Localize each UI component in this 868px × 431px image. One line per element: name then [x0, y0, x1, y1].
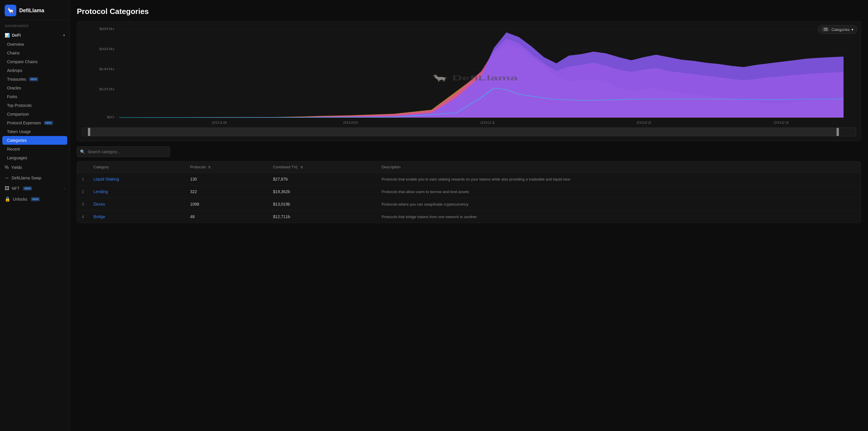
search-input[interactable]: [77, 146, 170, 157]
svg-text:2022: 2022: [636, 120, 651, 124]
unlocks-label: Unlocks: [13, 197, 27, 202]
defi-group-header[interactable]: 📊 DeFi ▾: [0, 31, 69, 40]
nft-icon: 🖼: [5, 186, 9, 191]
chevron-down-icon: ▾: [63, 33, 65, 37]
sidebar-item-recent[interactable]: Recent: [0, 145, 69, 153]
sidebar-item-languages[interactable]: Languages: [0, 153, 69, 162]
table-header-row: Category Protocols ⇅ Combined TVL ⇅ Desc…: [77, 161, 861, 173]
sidebar-item-label-compare-chains: Compare Chains: [7, 59, 37, 64]
row-description: Protocols that enable you to earn stakin…: [377, 173, 861, 185]
sidebar-item-label-airdrops: Airdrops: [7, 68, 22, 73]
sidebar-item-yields[interactable]: % Yields: [0, 162, 69, 173]
svg-text:$60b: $60b: [99, 47, 114, 51]
sort-tvl-icon: ⇅: [300, 165, 303, 169]
sidebar-item-label-forks: Forks: [7, 94, 17, 99]
search-icon: 🔍: [80, 149, 85, 154]
table-row: 3 Dexes 1098 $13,019b Protocols where yo…: [77, 198, 861, 210]
main-content: Protocol Categories 35 Categories ▾ $80b…: [70, 0, 868, 431]
sort-protocols-icon: ⇅: [208, 165, 211, 169]
defi-label: DeFi: [12, 33, 21, 37]
sidebar-item-unlocks[interactable]: 🔒 Unlocks NEW: [0, 194, 69, 204]
sidebar: 🦙 DefiLlama Dashboards 📊 DeFi ▾ Overview…: [0, 0, 70, 431]
swap-label: DefiLlama Swap: [12, 176, 41, 180]
svg-text:🦙 DefiLlama: 🦙 DefiLlama: [431, 74, 518, 82]
sidebar-item-top-protocols[interactable]: Top Protocols: [0, 101, 69, 110]
table: Category Protocols ⇅ Combined TVL ⇅ Desc…: [77, 161, 861, 223]
row-num: 3: [77, 198, 89, 210]
sidebar-item-overview[interactable]: Overview: [0, 40, 69, 49]
col-protocols[interactable]: Protocols ⇅: [185, 161, 268, 173]
sidebar-item-label-protocol-expenses: Protocol Expenses: [7, 120, 41, 125]
sidebar-item-label-token-usage: Token Usage: [7, 129, 31, 134]
sidebar-item-swap[interactable]: ↔ DefiLlama Swap: [0, 173, 69, 183]
category-link[interactable]: Liquid Staking: [93, 177, 119, 181]
table-row: 4 Bridge 48 $12,711b Protocols that brid…: [77, 210, 861, 223]
row-num: 4: [77, 210, 89, 223]
search-container: 🔍: [77, 146, 861, 157]
logo-text: DefiLlama: [19, 7, 44, 14]
col-category: Category: [89, 161, 185, 173]
chart-container: 35 Categories ▾ $80b $60b $40b $20b $0: [77, 21, 861, 141]
sidebar-item-token-usage[interactable]: Token Usage: [0, 127, 69, 136]
sidebar-item-comparison[interactable]: Comparison: [0, 110, 69, 118]
sidebar-item-label-comparison: Comparison: [7, 112, 29, 116]
lock-icon: 🔒: [5, 196, 10, 202]
category-link[interactable]: Dexes: [93, 202, 105, 206]
row-category: Liquid Staking: [89, 173, 185, 185]
sidebar-item-label-languages: Languages: [7, 155, 27, 160]
sidebar-item-chains[interactable]: Chains: [0, 49, 69, 57]
row-num: 2: [77, 185, 89, 198]
row-tvl: $27,87b: [268, 173, 377, 185]
nft-badge: NEW: [23, 186, 32, 191]
sidebar-item-airdrops[interactable]: Airdrops: [0, 66, 69, 75]
svg-text:2019: 2019: [212, 120, 227, 124]
row-category: Bridge: [89, 210, 185, 223]
row-protocols: 322: [185, 185, 268, 198]
chart-range-bar[interactable]: [82, 127, 856, 136]
row-tvl: $12,711b: [268, 210, 377, 223]
range-thumb-right[interactable]: [837, 128, 839, 136]
bar-chart-icon: 📊: [5, 33, 10, 37]
sidebar-item-forks[interactable]: Forks: [0, 92, 69, 101]
nft-label: NFT: [12, 186, 20, 191]
sidebar-item-treasuries[interactable]: TreasuriesNEW: [0, 75, 69, 84]
table-row: 1 Liquid Staking 130 $27,87b Protocols t…: [77, 173, 861, 185]
row-category: Dexes: [89, 198, 185, 210]
svg-text:$20b: $20b: [99, 87, 114, 91]
search-wrapper: 🔍: [77, 146, 170, 157]
svg-text:$0: $0: [106, 115, 114, 119]
categories-table: Category Protocols ⇅ Combined TVL ⇅ Desc…: [77, 161, 861, 223]
row-protocols: 130: [185, 173, 268, 185]
unlocks-badge: NEW: [31, 197, 40, 201]
chart-svg: $80b $60b $40b $20b $0 2019 2020 2021 20…: [82, 26, 856, 125]
range-thumb-left[interactable]: [88, 128, 90, 136]
tvl-chart: $80b $60b $40b $20b $0 2019 2020 2021 20…: [82, 26, 856, 125]
table-row: 2 Lending 322 $19,362b Protocols that al…: [77, 185, 861, 198]
yields-label: Yields: [11, 165, 22, 170]
row-description: Protocols that allow users to borrow and…: [377, 185, 861, 198]
category-link[interactable]: Bridge: [93, 214, 105, 219]
svg-text:2020: 2020: [343, 120, 358, 124]
col-tvl[interactable]: Combined TVL ⇅: [268, 161, 377, 173]
sidebar-item-compare-chains[interactable]: Compare Chains: [0, 57, 69, 66]
category-link[interactable]: Lending: [93, 189, 108, 194]
logo-icon: 🦙: [5, 5, 16, 16]
sidebar-item-label-oracles: Oracles: [7, 86, 21, 90]
sidebar-item-protocol-expenses[interactable]: Protocol ExpensesNEW: [0, 118, 69, 127]
sidebar-item-oracles[interactable]: Oracles: [0, 84, 69, 92]
defi-items-list: OverviewChainsCompare ChainsAirdropsTrea…: [0, 40, 69, 162]
row-tvl: $19,362b: [268, 185, 377, 198]
svg-text:$80b: $80b: [99, 27, 114, 31]
nft-chevron-icon: ›: [64, 187, 65, 190]
page-title: Protocol Categories: [77, 7, 861, 16]
col-num: [77, 161, 89, 173]
dashboards-label: Dashboards: [0, 20, 69, 29]
svg-text:2021: 2021: [480, 120, 495, 124]
sidebar-item-nft[interactable]: 🖼 NFT NEW ›: [0, 183, 69, 194]
col-description: Description: [377, 161, 861, 173]
row-protocols: 48: [185, 210, 268, 223]
sidebar-item-categories[interactable]: Categories: [2, 136, 67, 145]
percent-icon: %: [5, 165, 9, 170]
svg-text:2023: 2023: [773, 120, 788, 124]
row-description: Protocols that bridge tokens from one ne…: [377, 210, 861, 223]
